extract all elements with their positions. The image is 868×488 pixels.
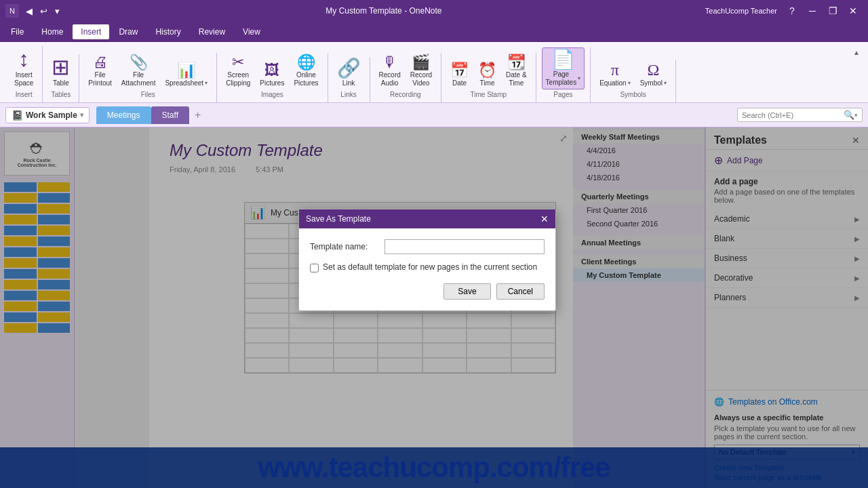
menu-draw[interactable]: Draw (111, 24, 146, 39)
undo-button[interactable]: ↩ (37, 5, 50, 18)
date-button[interactable]: 📅 Date (447, 61, 472, 89)
default-template-checkbox[interactable] (310, 264, 319, 272)
menu-insert[interactable]: Insert (73, 24, 109, 39)
date-time-button[interactable]: 📆 Date &Time (502, 53, 530, 89)
main-area: ⛑ Rock CastleConstruction Inc. Wee (0, 127, 868, 488)
notebook-dropdown-icon: ▾ (80, 111, 83, 119)
page-templates-icon: 📄 (551, 50, 575, 69)
user-label: TeachUcomp Teacher (705, 7, 777, 15)
dialog-overlay: Save As Template ✕ Template name: Set as… (0, 127, 868, 488)
link-label: Link (342, 79, 355, 87)
file-attachment-icon: 📎 (130, 55, 148, 70)
dialog-save-button[interactable]: Save (443, 283, 490, 300)
online-pictures-icon: 🌐 (297, 55, 315, 70)
ribbon-group-links: 🔗 Link Links (328, 57, 370, 102)
link-button[interactable]: 🔗 Link (334, 57, 364, 89)
pictures-button[interactable]: 🖼 Pictures (256, 61, 288, 89)
equation-label: Equation ▾ (599, 79, 630, 87)
symbol-icon: Ω (647, 62, 659, 78)
insert-space-button[interactable]: ↕ InsertSpace (11, 46, 37, 89)
symbol-label: Symbol ▾ (640, 79, 667, 87)
template-name-row: Template name: (310, 239, 545, 254)
spreadsheet-icon: 📊 (177, 63, 195, 78)
date-icon: 📅 (450, 63, 469, 78)
tables-group-label: Tables (51, 91, 71, 100)
date-time-label: Date &Time (506, 71, 527, 87)
recording-group-label: Recording (390, 91, 421, 100)
timestamp-group-label: Time Stamp (471, 91, 507, 100)
section-tab-staff[interactable]: Staff (151, 106, 189, 124)
template-name-input[interactable] (384, 239, 545, 254)
ribbon-group-recording: 🎙 RecordAudio 🎬 RecordVideo Recording (370, 53, 442, 102)
minimize-button[interactable]: ─ (803, 3, 822, 18)
page-templates-button[interactable]: 📄 PageTemplates ▾ (542, 47, 585, 89)
equation-button[interactable]: π Equation ▾ (596, 60, 633, 89)
search-icon[interactable]: 🔍 (844, 110, 854, 120)
title-bar: N ◀ ↩ ▾ My Custom Template - OneNote Tea… (0, 0, 868, 22)
ribbon-group-insert: ↕ InsertSpace Insert (5, 46, 43, 102)
dialog-cancel-button[interactable]: Cancel (496, 283, 545, 300)
menu-home[interactable]: Home (33, 24, 71, 39)
equation-icon: π (611, 62, 619, 78)
ribbon-group-files: 🖨 FilePrintout 📎 FileAttachment 📊 Spread… (79, 53, 217, 102)
restore-button[interactable]: ❐ (823, 3, 842, 18)
ribbon-group-symbols: π Equation ▾ Ω Symbol ▾ Symbols (591, 60, 676, 102)
search-input[interactable] (742, 111, 844, 119)
ribbon-group-timestamp: 📅 Date ⏰ Time 📆 Date &Time Time Stamp (441, 53, 536, 102)
section-tab-meetings[interactable]: Meetings (96, 106, 151, 124)
collapse-ribbon-button[interactable]: ▲ (850, 45, 863, 60)
ribbon-group-tables: ⊞ Table Tables (43, 54, 79, 102)
links-group-label: Links (340, 91, 356, 100)
help-button[interactable]: ? (783, 3, 802, 18)
dialog-body: Template name: Set as default template f… (299, 228, 555, 310)
close-button[interactable]: ✕ (844, 3, 863, 18)
pictures-icon: 🖼 (264, 63, 279, 78)
spreadsheet-label: Spreadsheet ▾ (165, 79, 208, 87)
record-audio-label: RecordAudio (379, 71, 401, 87)
file-printout-label: FilePrintout (88, 71, 111, 87)
online-pictures-button[interactable]: 🌐 OnlinePictures (290, 53, 321, 89)
record-audio-icon: 🎙 (382, 55, 397, 70)
online-pictures-label: OnlinePictures (294, 71, 318, 87)
staff-tab-label: Staff (162, 110, 178, 120)
screen-clipping-label: ScreenClipping (226, 71, 250, 87)
search-dropdown-icon[interactable]: ▾ (854, 112, 858, 119)
back-button[interactable]: ◀ (23, 5, 35, 18)
table-button[interactable]: ⊞ Table (48, 54, 73, 89)
record-audio-button[interactable]: 🎙 RecordAudio (376, 53, 404, 89)
notebook-selector[interactable]: 📓 Work Sample ▾ (5, 107, 90, 123)
insert-space-label: InsertSpace (14, 71, 33, 87)
default-template-checkbox-label: Set as default template for new pages in… (323, 262, 537, 272)
time-button[interactable]: ⏰ Time (475, 61, 500, 89)
title-left: N ◀ ↩ ▾ (5, 4, 62, 18)
ribbon-group-pages: 📄 PageTemplates ▾ Pages (536, 47, 591, 102)
customize-qat-button[interactable]: ▾ (52, 5, 62, 18)
insert-space-icon: ↕ (18, 48, 29, 70)
menu-review[interactable]: Review (191, 24, 233, 39)
file-printout-button[interactable]: 🖨 FilePrintout (85, 53, 115, 89)
window-title: My Custom Template - OneNote (62, 6, 705, 16)
images-group-label: Images (261, 91, 283, 100)
record-video-icon: 🎬 (412, 55, 430, 70)
symbol-button[interactable]: Ω Symbol ▾ (637, 60, 670, 89)
menu-view[interactable]: View (235, 24, 269, 39)
dialog-title-bar: Save As Template ✕ (299, 209, 555, 228)
link-icon: 🔗 (337, 59, 361, 78)
symbols-group-label: Symbols (620, 91, 646, 100)
menu-history[interactable]: History (147, 24, 189, 39)
app-icon: N (5, 4, 19, 18)
notebook-name: Work Sample (26, 110, 77, 120)
file-attachment-button[interactable]: 📎 FileAttachment (118, 53, 159, 89)
spreadsheet-button[interactable]: 📊 Spreadsheet ▾ (161, 61, 211, 89)
search-box: 🔍 ▾ (737, 108, 863, 122)
add-section-button[interactable]: + (189, 106, 206, 124)
time-icon: ⏰ (478, 63, 496, 78)
menu-bar: File Home Insert Draw History Review Vie… (0, 22, 868, 42)
screen-clipping-button[interactable]: ✂ ScreenClipping (222, 53, 254, 89)
menu-file[interactable]: File (3, 24, 32, 39)
dialog-close-button[interactable]: ✕ (540, 214, 549, 224)
table-label: Table (53, 79, 69, 87)
record-video-button[interactable]: 🎬 RecordVideo (407, 53, 435, 89)
page-templates-label: PageTemplates ▾ (546, 70, 581, 87)
record-video-label: RecordVideo (410, 71, 432, 87)
